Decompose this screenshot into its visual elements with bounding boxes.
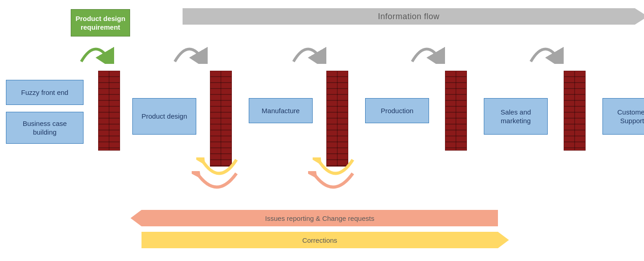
gray-curve-arrow-2 <box>290 41 326 66</box>
gray-curve-arrow-1 <box>171 41 208 66</box>
brick-wall-1 <box>98 71 120 151</box>
gray-curve-arrow-4 <box>527 41 564 66</box>
gray-curve-arrow-3 <box>408 41 445 66</box>
corrections-arrow: Corrections <box>141 232 498 248</box>
green-curve-arrow <box>78 41 114 66</box>
rework-curve-2b <box>308 171 358 203</box>
stage-box-business-case: Business case building <box>6 112 84 144</box>
brick-wall-4 <box>445 71 467 151</box>
stage-box-sales: Sales and marketing <box>484 98 548 135</box>
product-design-req-box: Product design requirement <box>71 9 130 37</box>
brick-wall-2 <box>210 71 232 167</box>
info-flow-container: Information flow <box>183 8 635 25</box>
stage-box-product-design: Product design <box>132 98 196 135</box>
stage-box-manufacture: Manufacture <box>249 98 313 123</box>
stage-box-fuzzy: Fuzzy front end <box>6 80 84 105</box>
info-flow-label: Information flow <box>378 12 440 21</box>
brick-wall-5 <box>564 71 586 151</box>
stage-box-customer-support: Customer Support <box>602 98 644 135</box>
corrections-label: Corrections <box>302 236 337 244</box>
brick-wall-3 <box>326 71 348 167</box>
rework-curve-1b <box>192 171 242 203</box>
stage-box-production: Production <box>365 98 429 123</box>
info-flow-arrow: Information flow <box>183 8 635 25</box>
issues-label: Issues reporting & Change requests <box>265 214 374 222</box>
issues-arrow: Issues reporting & Change requests <box>141 210 498 226</box>
